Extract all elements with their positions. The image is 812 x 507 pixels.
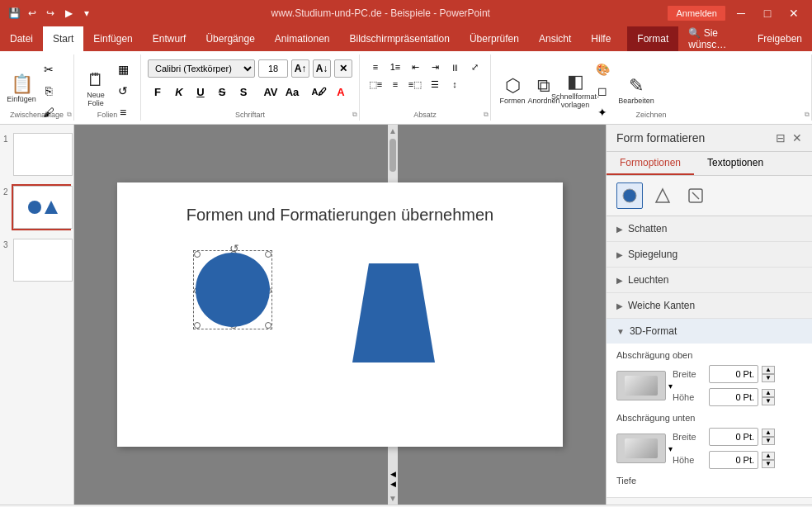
align-right-button[interactable]: ≡⬚ bbox=[406, 77, 424, 92]
slide-thumb-3[interactable] bbox=[12, 237, 71, 283]
tab-animationen[interactable]: Animationen bbox=[265, 26, 340, 51]
handle-bottom-right[interactable] bbox=[265, 322, 271, 329]
scroll-up-btn[interactable]: ▲ bbox=[389, 126, 397, 135]
tab-bildschirm[interactable]: Bildschirmpräsentation bbox=[340, 26, 460, 51]
format-panel-close[interactable]: ✕ bbox=[792, 131, 802, 145]
hoehe-oben-input[interactable] bbox=[709, 388, 758, 406]
slide-thumb-2[interactable] bbox=[12, 184, 71, 230]
bevel-dropdown-unten[interactable]: ▾ bbox=[668, 444, 673, 453]
increase-indent-button[interactable]: ⇥ bbox=[426, 59, 444, 74]
bevel-preview-unten[interactable] bbox=[616, 434, 666, 463]
breite-oben-down[interactable]: ▼ bbox=[762, 374, 775, 382]
hoehe-unten-up[interactable]: ▲ bbox=[762, 452, 775, 460]
zeichnen-expand-icon[interactable]: ⧉ bbox=[805, 111, 810, 119]
anmelden-button[interactable]: Anmelden bbox=[667, 5, 726, 21]
tab-einfuegen[interactable]: Einfügen bbox=[83, 26, 142, 51]
tab-ansicht[interactable]: Ansicht bbox=[529, 26, 581, 51]
highlight-button[interactable]: A🖊 bbox=[309, 82, 329, 102]
format-tab-textoptionen[interactable]: Textoptionen bbox=[694, 152, 777, 175]
slide-trapezoid[interactable] bbox=[352, 263, 435, 365]
dropdown-icon[interactable]: ▾ bbox=[79, 6, 94, 21]
font-decrease-button[interactable]: A↓ bbox=[313, 59, 331, 78]
hoehe-oben-up[interactable]: ▲ bbox=[762, 389, 775, 397]
shape-outline-button[interactable]: ◻ bbox=[592, 81, 613, 101]
bevel-preview-oben[interactable] bbox=[616, 371, 666, 400]
format-panel-detach[interactable]: ⊟ bbox=[776, 131, 786, 145]
weiche-kanten-header[interactable]: ▶ Weiche Kanten bbox=[607, 293, 812, 318]
neue-folie-button[interactable]: 🗒 NeueFolie bbox=[81, 64, 111, 114]
text-case-button[interactable]: Aa bbox=[282, 82, 302, 102]
bold-button[interactable]: F bbox=[148, 82, 168, 102]
shape-fill-button[interactable]: 🎨 bbox=[592, 59, 613, 79]
columns-button[interactable]: ⫼ bbox=[446, 59, 464, 74]
italic-button[interactable]: K bbox=[169, 82, 189, 102]
save-icon[interactable]: 💾 bbox=[7, 6, 21, 21]
strikethrough-button[interactable]: S bbox=[212, 82, 232, 102]
copy-button[interactable]: ⎘ bbox=[38, 81, 59, 101]
hoehe-unten-down[interactable]: ▼ bbox=[762, 460, 775, 468]
scroll-adj1[interactable]: ◀ bbox=[390, 470, 396, 478]
close-button[interactable]: ✕ bbox=[782, 4, 805, 22]
handle-bottom-left[interactable] bbox=[194, 322, 201, 329]
tab-ueberpruefen[interactable]: Überprüfen bbox=[460, 26, 529, 51]
align-left-button[interactable]: ⬚≡ bbox=[366, 77, 385, 92]
spiegelung-header[interactable]: ▶ Spiegelung bbox=[607, 242, 812, 267]
absatz-expand-icon[interactable]: ⧉ bbox=[484, 111, 489, 119]
font-increase-button[interactable]: A↑ bbox=[291, 59, 309, 78]
leuchten-header[interactable]: ▶ Leuchten bbox=[607, 268, 812, 292]
handle-top-right[interactable] bbox=[265, 251, 271, 258]
schatten-header[interactable]: ▶ Schatten bbox=[607, 216, 812, 241]
tab-format[interactable]: Format bbox=[627, 26, 678, 51]
redo-icon[interactable]: ↪ bbox=[43, 6, 58, 21]
breite-oben-up[interactable]: ▲ bbox=[762, 366, 775, 374]
formen-button[interactable]: ⬡ Formen bbox=[498, 66, 527, 116]
format-icon-outline[interactable] bbox=[649, 182, 676, 209]
breite-unten-up[interactable]: ▲ bbox=[762, 429, 775, 437]
list-bullet-button[interactable]: ≡ bbox=[366, 59, 385, 74]
zwischenablage-expand-icon[interactable]: ⧉ bbox=[67, 111, 72, 119]
layout-button[interactable]: ▦ bbox=[112, 59, 134, 79]
scroll-down-btn[interactable]: ▼ bbox=[389, 494, 397, 503]
maximize-button[interactable]: □ bbox=[756, 4, 779, 22]
decrease-indent-button[interactable]: ⇤ bbox=[406, 59, 424, 74]
breite-unten-input[interactable] bbox=[709, 428, 758, 446]
align-justify-button[interactable]: ☰ bbox=[426, 77, 444, 92]
char-spacing-button[interactable]: AV bbox=[261, 82, 281, 102]
hoehe-unten-input[interactable] bbox=[709, 451, 758, 469]
underline-button[interactable]: U bbox=[191, 82, 210, 102]
tab-uebergaenge[interactable]: Übergänge bbox=[196, 26, 264, 51]
3d-format-header[interactable]: ▼ Abschrägung oben 3D-Format bbox=[607, 319, 812, 344]
slide-circle[interactable] bbox=[196, 253, 270, 327]
scroll-adj2[interactable]: ◀ bbox=[390, 480, 396, 488]
tab-freigeben[interactable]: Freigeben bbox=[748, 26, 812, 51]
einfuegen-button[interactable]: 📋 Einfügen bbox=[7, 64, 36, 114]
tab-search[interactable]: 🔍 Sie wünsc… bbox=[678, 26, 748, 51]
reset-button[interactable]: ↺ bbox=[112, 81, 134, 101]
cut-button[interactable]: ✂ bbox=[38, 59, 59, 79]
tab-datei[interactable]: Datei bbox=[0, 26, 43, 51]
schnell-button[interactable]: ◧ Schnellformat-vorlagen bbox=[560, 66, 590, 116]
undo-icon[interactable]: ↩ bbox=[25, 6, 40, 21]
present-icon[interactable]: ▶ bbox=[61, 6, 76, 21]
align-center-button[interactable]: ≡ bbox=[386, 77, 404, 92]
clear-format-button[interactable]: ✕ bbox=[334, 59, 352, 78]
slide-area[interactable]: ▲ ◀ ◀ ▼ Formen und Formatierungen überne… bbox=[74, 125, 606, 505]
format-icon-fill[interactable] bbox=[616, 182, 643, 209]
handle-top-left[interactable] bbox=[194, 251, 201, 258]
list-number-button[interactable]: 1≡ bbox=[386, 59, 404, 74]
breite-oben-input[interactable] bbox=[709, 365, 758, 383]
font-color-button[interactable]: A bbox=[331, 82, 351, 102]
line-spacing-button[interactable]: ↕ bbox=[446, 77, 464, 92]
shadow-button[interactable]: S bbox=[234, 82, 253, 102]
schriftart-expand-icon[interactable]: ⧉ bbox=[352, 111, 357, 119]
rotate-handle[interactable]: ↺ bbox=[229, 242, 239, 255]
scroll-thumb[interactable] bbox=[389, 139, 396, 172]
minimize-button[interactable]: ─ bbox=[729, 4, 753, 22]
tab-hilfe[interactable]: Hilfe bbox=[581, 26, 621, 51]
format-icon-effects[interactable] bbox=[682, 182, 709, 209]
font-size-input[interactable] bbox=[258, 59, 288, 78]
text-direction-button[interactable]: ⤢ bbox=[465, 59, 484, 74]
bearbeiten-button[interactable]: ✎ Bearbeiten bbox=[621, 66, 651, 116]
breite-unten-down[interactable]: ▼ bbox=[762, 437, 775, 445]
tab-entwurf[interactable]: Entwurf bbox=[143, 26, 196, 51]
